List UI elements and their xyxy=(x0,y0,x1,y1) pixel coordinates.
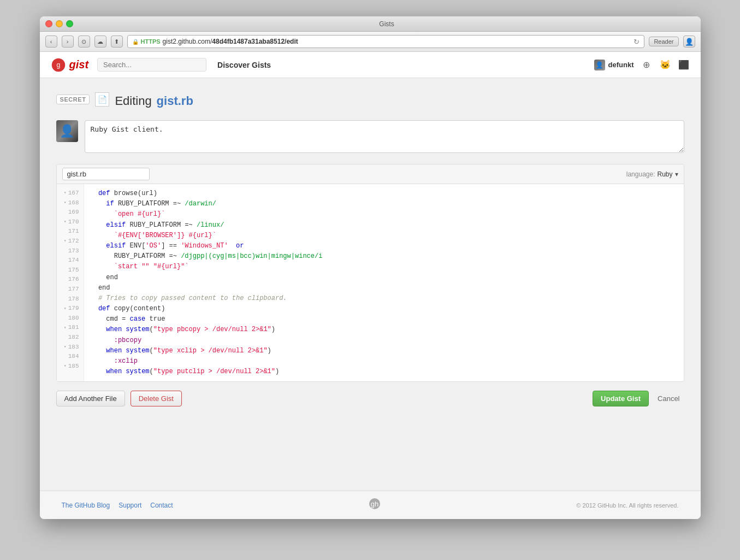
line-number-172: ▾172 xyxy=(57,237,84,246)
line-number-184: 184 xyxy=(57,352,84,362)
code-area: ▾167 ▾168 169 ▾170 171 ▾172 173 174 175 … xyxy=(57,184,684,381)
discover-gists-link[interactable]: Discover Gists xyxy=(217,61,271,69)
code-line-179: def copy(content) xyxy=(91,304,677,314)
search-input[interactable] xyxy=(97,58,206,72)
history-button[interactable]: ⊙ xyxy=(78,36,90,48)
title-bar: Gists xyxy=(40,16,701,32)
share-button[interactable]: ⬆ xyxy=(111,36,123,48)
lock-icon: 🔒 xyxy=(132,39,139,45)
file-icon: 📄 xyxy=(95,92,109,107)
logo-text: gist xyxy=(69,58,89,71)
https-label: HTTPS xyxy=(141,38,161,45)
code-content[interactable]: def browse(url) if RUBY_PLATFORM =~ /dar… xyxy=(84,184,684,381)
logo[interactable]: g gist xyxy=(51,57,89,73)
update-gist-button[interactable]: Update Gist xyxy=(593,391,649,406)
svg-text:g: g xyxy=(56,61,60,69)
site-header: g gist Discover Gists 👤 defunkt ⊕ 🐱 ⬛ xyxy=(40,52,701,78)
footer-logo: gh xyxy=(369,498,381,512)
new-gist-icon[interactable]: ⊕ xyxy=(641,59,653,71)
description-row: Ruby Gist client. xyxy=(56,120,684,153)
code-line-183: when system("type xclip > /dev/null 2>&1… xyxy=(91,346,677,356)
line-number-185: ▾185 xyxy=(57,362,84,372)
line-numbers: ▾167 ▾168 169 ▾170 171 ▾172 173 174 175 … xyxy=(57,184,84,381)
url-text: gist2.github.com/48d4fb1487a31aba8512/ed… xyxy=(163,38,632,45)
editing-label: Editing xyxy=(115,94,151,108)
secret-badge: SECRET xyxy=(56,95,90,104)
cancel-button[interactable]: Cancel xyxy=(653,391,684,406)
reload-icon[interactable]: ↻ xyxy=(634,38,640,46)
forward-button[interactable]: › xyxy=(62,36,74,48)
code-line-170: elsif RUBY_PLATFORM =~ /linux/ xyxy=(91,220,677,231)
code-line-172: elsif ENV['OS'] == 'Windows_NT' or xyxy=(91,241,677,251)
blog-link[interactable]: The GitHub Blog xyxy=(62,502,110,509)
action-row: Add Another File Delete Gist Update Gist… xyxy=(56,391,684,406)
line-number-169: 169 xyxy=(57,208,84,217)
line-number-180: 180 xyxy=(57,314,84,323)
contact-link[interactable]: Contact xyxy=(150,502,173,509)
browser-toolbar: ‹ › ⊙ ☁ ⬆ 🔒 HTTPS gist2.github.com/48d4f… xyxy=(40,32,701,52)
support-link[interactable]: Support xyxy=(119,502,141,509)
gist-editor: language: Ruby ▾ ▾167 ▾168 169 ▾170 171 … xyxy=(56,164,684,382)
code-line-182: :pbcopy xyxy=(91,335,677,346)
line-number-175: 175 xyxy=(57,266,84,275)
line-number-182: 182 xyxy=(57,333,84,343)
code-line-173: RUBY_PLATFORM =~ /djgpp|(cyg|ms|bcc)win|… xyxy=(91,251,677,262)
line-number-181: ▾181 xyxy=(57,323,84,333)
language-value: Ruby xyxy=(657,170,672,178)
profile-icon[interactable]: 👤 xyxy=(683,36,695,48)
description-input[interactable]: Ruby Gist client. xyxy=(85,120,684,153)
traffic-lights xyxy=(45,20,73,27)
avatar-image xyxy=(56,120,78,142)
line-number-174: 174 xyxy=(57,256,84,266)
github-logo-icon: g xyxy=(51,57,66,73)
user-avatar xyxy=(56,120,78,142)
window-title: Gists xyxy=(79,20,695,28)
code-line-185: when system("type putclip > /dev/null 2>… xyxy=(91,367,677,377)
code-line-169: `open #{url}` xyxy=(91,209,677,220)
line-number-179: ▾179 xyxy=(57,304,84,314)
action-row-right: Update Gist Cancel xyxy=(593,391,684,406)
language-selector[interactable]: language: Ruby ▾ xyxy=(626,170,678,178)
chevron-down-icon: ▾ xyxy=(675,170,678,178)
line-number-167: ▾167 xyxy=(57,188,84,198)
line-number-173: 173 xyxy=(57,246,84,256)
language-label: language: xyxy=(626,170,655,178)
code-line-178: # Tries to copy passed content to the cl… xyxy=(91,293,677,304)
line-number-178: 178 xyxy=(57,294,84,304)
svg-text:gh: gh xyxy=(371,500,378,508)
footer-links: The GitHub Blog Support Contact xyxy=(62,502,173,509)
line-number-170: ▾170 xyxy=(57,217,84,227)
editor-filename-input[interactable] xyxy=(62,168,150,180)
username-display: 👤 defunkt xyxy=(594,60,634,70)
header-right: 👤 defunkt ⊕ 🐱 ⬛ xyxy=(594,59,690,71)
code-line-180: cmd = case true xyxy=(91,314,677,325)
line-number-177: 177 xyxy=(57,285,84,294)
user-avatar-small: 👤 xyxy=(594,60,605,70)
line-number-171: 171 xyxy=(57,227,84,237)
code-line-167: def browse(url) xyxy=(91,188,677,199)
site-footer: The GitHub Blog Support Contact gh © 201… xyxy=(40,491,701,519)
code-line-171: `#{ENV['BROWSER']} #{url}` xyxy=(91,231,677,241)
code-line-168: if RUBY_PLATFORM =~ /darwin/ xyxy=(91,199,677,209)
octocat-icon[interactable]: 🐱 xyxy=(659,59,671,71)
address-bar[interactable]: 🔒 HTTPS gist2.github.com/48d4fb1487a31ab… xyxy=(127,35,645,48)
reader-button[interactable]: Reader xyxy=(649,37,678,46)
code-line-175: end xyxy=(91,273,677,283)
code-line-184: :xclip xyxy=(91,356,677,367)
minimize-button[interactable] xyxy=(56,20,63,27)
code-line-181: when system("type pbcopy > /dev/null 2>&… xyxy=(91,325,677,335)
code-line-176: end xyxy=(91,283,677,293)
delete-gist-button[interactable]: Delete Gist xyxy=(131,391,182,406)
page-header: SECRET 📄 Editing gist.rb xyxy=(56,89,684,109)
add-another-file-button[interactable]: Add Another File xyxy=(56,391,125,406)
editor-toolbar: language: Ruby ▾ xyxy=(57,164,684,184)
signout-icon[interactable]: ⬛ xyxy=(678,59,690,71)
back-button[interactable]: ‹ xyxy=(45,36,57,48)
close-button[interactable] xyxy=(45,20,52,27)
cloud-button[interactable]: ☁ xyxy=(94,36,106,48)
page-title: Editing gist.rb xyxy=(115,89,193,109)
code-line-174: `start "" "#{url}"` xyxy=(91,262,677,272)
editing-filename: gist.rb xyxy=(157,94,193,108)
maximize-button[interactable] xyxy=(66,20,73,27)
line-number-168: ▾168 xyxy=(57,198,84,208)
